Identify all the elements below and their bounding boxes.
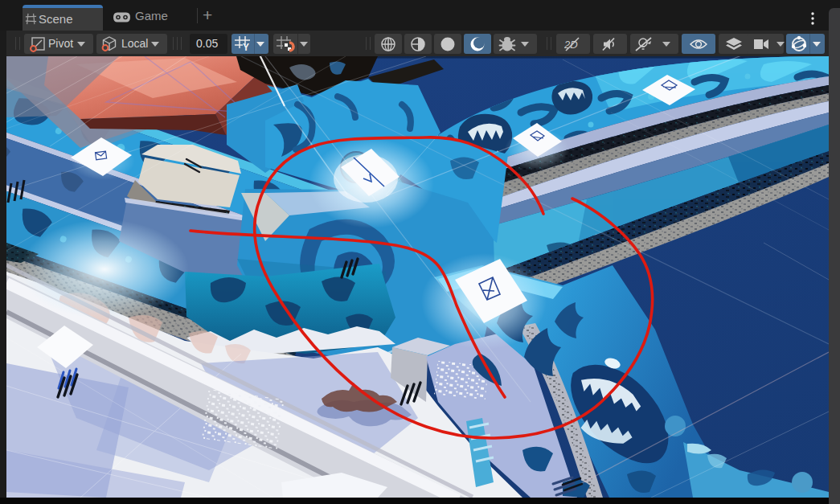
svg-text:Y: Y bbox=[243, 42, 249, 52]
